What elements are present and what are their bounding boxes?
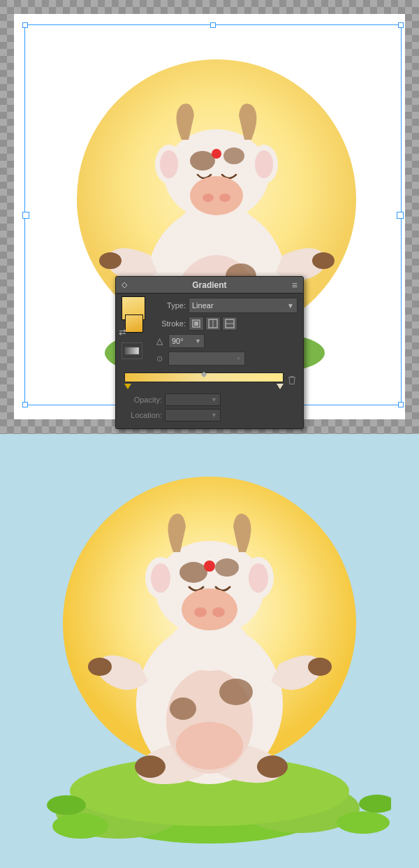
angle-input[interactable]: 90° ▼	[168, 334, 205, 348]
opacity-row: Opacity: ▼	[122, 393, 297, 406]
handle-top-left[interactable]	[22, 22, 28, 28]
svg-point-19	[190, 151, 215, 171]
stroke-row: Stroke:	[156, 317, 297, 331]
cow-svg-bottom	[28, 449, 391, 854]
svg-point-20	[223, 147, 244, 164]
stroke-btn-across[interactable]	[222, 317, 237, 331]
svg-rect-28	[194, 321, 198, 326]
midpoint-indicator	[202, 367, 206, 379]
svg-point-49	[170, 697, 196, 720]
svg-point-61	[182, 588, 237, 630]
opacity-label: Opacity:	[124, 396, 162, 404]
panel-body: ⇄ Type:	[116, 294, 303, 428]
svg-point-58	[249, 563, 268, 593]
opacity-input[interactable]: ▼	[165, 393, 221, 406]
stroke-btn-within[interactable]	[189, 317, 204, 331]
svg-point-11	[99, 252, 122, 269]
angle-triangle-icon: △	[156, 336, 163, 346]
svg-point-51	[88, 658, 112, 676]
svg-point-18	[255, 150, 273, 178]
svg-point-46	[257, 755, 288, 778]
svg-point-48	[219, 679, 253, 705]
panel-header[interactable]: ◇ Gradient ≡	[116, 277, 303, 294]
gradient-bar-container	[124, 371, 284, 391]
gradient-stop-start[interactable]	[124, 384, 131, 389]
gradient-swatch-secondary[interactable]: ⇄	[125, 314, 143, 333]
gradient-bar-row	[122, 370, 297, 393]
bottom-illustration-container	[0, 434, 419, 868]
svg-point-12	[312, 252, 335, 269]
svg-point-16	[160, 150, 178, 178]
svg-point-64	[204, 560, 215, 572]
gradient-panel: ◇ Gradient ≡ ⇄	[115, 276, 304, 429]
svg-point-24	[212, 149, 221, 159]
location-label: Location:	[124, 411, 162, 419]
gradient-stops-row	[124, 384, 284, 391]
type-dropdown-arrow[interactable]: ▼	[287, 302, 294, 310]
type-row: Type: Linear ▼	[156, 298, 297, 313]
top-canvas: ◇ Gradient ≡ ⇄	[0, 0, 419, 434]
type-label: Type:	[156, 301, 186, 310]
angle-value: 90°	[172, 337, 184, 345]
type-select[interactable]: Linear ▼	[189, 298, 297, 313]
opacity-dropdown-arrow[interactable]: ▼	[211, 396, 217, 403]
aspect-input[interactable]: ▼	[168, 352, 245, 366]
gradient-mode-icon[interactable]	[122, 342, 142, 359]
svg-point-38	[52, 813, 108, 839]
aspect-row: ⊙ ▼	[156, 352, 297, 366]
swap-arrows-icon: ⇄	[119, 327, 126, 338]
svg-point-60	[215, 558, 239, 577]
angle-row: △ 90° ▼	[156, 334, 297, 348]
delete-stop-button[interactable]	[286, 375, 297, 387]
stroke-btn-along[interactable]	[205, 317, 221, 331]
stroke-label: Stroke:	[156, 319, 186, 328]
panel-title: Gradient	[192, 280, 226, 290]
aspect-icon: ⊙	[156, 354, 163, 363]
handle-top-right[interactable]	[398, 22, 404, 28]
svg-point-63	[212, 607, 225, 617]
location-dropdown-arrow[interactable]: ▼	[211, 412, 217, 419]
svg-point-45	[135, 755, 166, 778]
location-row: Location: ▼	[122, 409, 297, 421]
panel-right-content: Type: Linear ▼ Stroke:	[122, 298, 297, 366]
svg-point-40	[47, 795, 86, 815]
svg-point-21	[190, 176, 243, 215]
svg-point-41	[359, 795, 391, 813]
svg-point-65	[176, 722, 243, 769]
aspect-dropdown-arrow[interactable]: ▼	[235, 355, 242, 362]
stroke-buttons-group	[189, 317, 237, 331]
type-value: Linear	[192, 301, 214, 310]
handle-top-center[interactable]	[210, 22, 216, 28]
bottom-canvas	[0, 434, 419, 868]
location-input[interactable]: ▼	[165, 409, 221, 421]
gradient-stop-end[interactable]	[277, 384, 284, 389]
panel-menu-icon[interactable]: ≡	[292, 280, 297, 291]
svg-point-22	[203, 194, 214, 202]
gradient-diamond-icon: ◇	[122, 280, 127, 289]
angle-dropdown-arrow[interactable]: ▼	[195, 338, 201, 345]
svg-point-62	[194, 607, 207, 617]
svg-point-56	[151, 563, 170, 593]
svg-point-52	[308, 658, 332, 676]
svg-rect-26	[125, 347, 139, 354]
svg-point-23	[219, 194, 230, 202]
handle-bottom-left[interactable]	[22, 402, 28, 407]
svg-point-39	[337, 811, 390, 834]
svg-point-59	[179, 562, 207, 583]
